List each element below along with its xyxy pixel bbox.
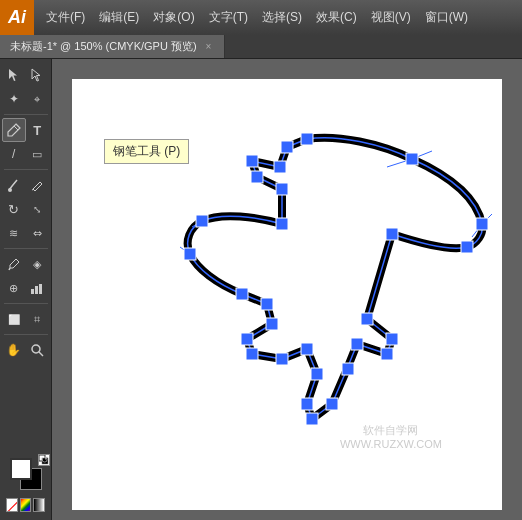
svg-rect-28	[276, 353, 288, 365]
svg-rect-19	[386, 333, 398, 345]
svg-rect-26	[311, 368, 323, 380]
tab-close-button[interactable]: ×	[203, 40, 215, 53]
fill-swatch[interactable]	[10, 458, 32, 480]
zoom-tool[interactable]	[26, 338, 50, 362]
select-tool[interactable]	[2, 63, 26, 87]
lasso-tool[interactable]: ⌖	[26, 87, 50, 111]
svg-rect-37	[276, 183, 288, 195]
svg-rect-29	[246, 348, 258, 360]
svg-rect-42	[406, 153, 418, 165]
eyedropper-tool[interactable]	[2, 252, 26, 276]
svg-rect-20	[381, 348, 393, 360]
svg-rect-27	[301, 343, 313, 355]
separator-4	[4, 303, 48, 304]
toolbar: ✦ ⌖ T / ▭	[0, 59, 52, 520]
scale-tool[interactable]: ⤡	[26, 197, 50, 221]
direct-select-tool[interactable]	[26, 63, 50, 87]
gradient-swatch[interactable]	[33, 498, 45, 512]
menu-text[interactable]: 文字(T)	[203, 6, 254, 29]
menu-effect[interactable]: 效果(C)	[310, 6, 363, 29]
svg-rect-24	[306, 413, 318, 425]
svg-rect-3	[39, 284, 42, 294]
svg-rect-39	[246, 155, 258, 167]
canvas-paper[interactable]: 软件自学网 WWW.RUZXW.COM	[72, 79, 502, 510]
paintbrush-tool[interactable]	[2, 173, 26, 197]
svg-point-0	[8, 188, 12, 192]
svg-rect-30	[241, 333, 253, 345]
magic-wand-tool[interactable]: ✦	[2, 87, 26, 111]
main-area: ✦ ⌖ T / ▭	[0, 59, 522, 520]
canvas-area: 钢笔工具 (P)	[52, 59, 522, 520]
menu-bar: 文件(F) 编辑(E) 对象(O) 文字(T) 选择(S) 效果(C) 视图(V…	[40, 6, 474, 29]
separator-2	[4, 169, 48, 170]
slice-tool[interactable]: ⌗	[26, 307, 50, 331]
symbol-tool[interactable]: ⊕	[2, 276, 26, 300]
svg-rect-36	[276, 218, 288, 230]
menu-edit[interactable]: 编辑(E)	[93, 6, 145, 29]
tab-title: 未标题-1* @ 150% (CMYK/GPU 预览)	[10, 39, 197, 54]
svg-rect-17	[386, 228, 398, 240]
svg-rect-31	[266, 318, 278, 330]
menu-window[interactable]: 窗口(W)	[419, 6, 474, 29]
pen-tool[interactable]	[2, 118, 26, 142]
svg-point-4	[32, 345, 40, 353]
airplane-svg	[122, 109, 502, 449]
none-swatch[interactable]	[6, 498, 18, 512]
pencil-tool[interactable]	[26, 173, 50, 197]
width-tool[interactable]: ⇔	[26, 221, 50, 245]
airplane-drawing	[122, 109, 502, 449]
separator-1	[4, 114, 48, 115]
svg-rect-33	[236, 288, 248, 300]
svg-rect-35	[196, 215, 208, 227]
graph-tool[interactable]	[26, 276, 50, 300]
svg-rect-41	[281, 141, 293, 153]
svg-rect-23	[326, 398, 338, 410]
rotate-tool[interactable]: ↻	[2, 197, 26, 221]
svg-rect-1	[31, 289, 34, 294]
svg-rect-38	[251, 171, 263, 183]
title-bar: Ai 文件(F) 编辑(E) 对象(O) 文字(T) 选择(S) 效果(C) 视…	[0, 0, 522, 35]
svg-rect-14	[301, 133, 313, 145]
svg-rect-32	[261, 298, 273, 310]
hand-tool[interactable]: ✋	[2, 338, 26, 362]
separator-5	[4, 334, 48, 335]
menu-object[interactable]: 对象(O)	[147, 6, 200, 29]
svg-rect-22	[342, 363, 354, 375]
type-tool[interactable]: T	[26, 118, 49, 142]
color-swatches: ↺	[6, 454, 50, 494]
tab-item[interactable]: 未标题-1* @ 150% (CMYK/GPU 预览) ×	[0, 35, 225, 58]
menu-select[interactable]: 选择(S)	[256, 6, 308, 29]
line-tool[interactable]: /	[2, 142, 26, 166]
menu-file[interactable]: 文件(F)	[40, 6, 91, 29]
shape-tool[interactable]: ▭	[26, 142, 50, 166]
blend-tool[interactable]: ◈	[26, 252, 50, 276]
ai-logo: Ai	[0, 0, 34, 35]
artboard-tool[interactable]: ⬜	[2, 307, 26, 331]
svg-rect-21	[351, 338, 363, 350]
color-area: ↺	[2, 450, 49, 516]
svg-rect-15	[476, 218, 488, 230]
svg-line-5	[39, 352, 43, 356]
color-swatch[interactable]	[20, 498, 32, 512]
svg-rect-2	[35, 286, 38, 294]
separator-3	[4, 248, 48, 249]
svg-rect-34	[184, 248, 196, 260]
svg-rect-25	[301, 398, 313, 410]
menu-view[interactable]: 视图(V)	[365, 6, 417, 29]
svg-rect-16	[461, 241, 473, 253]
svg-rect-40	[274, 161, 286, 173]
warp-tool[interactable]: ≋	[2, 221, 26, 245]
svg-rect-18	[361, 313, 373, 325]
tab-bar: 未标题-1* @ 150% (CMYK/GPU 预览) ×	[0, 35, 522, 59]
